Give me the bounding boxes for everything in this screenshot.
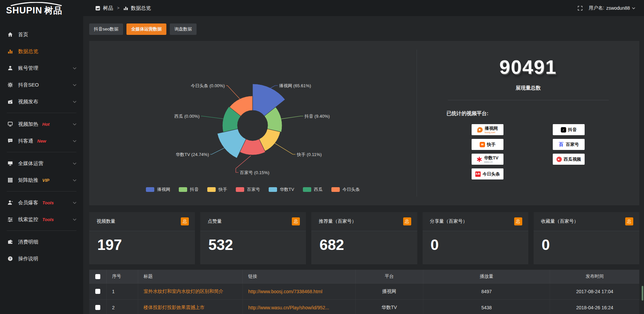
stat-card-header: 收藏量（百家号）总 [534, 212, 639, 231]
scrollbar-thumb[interactable] [642, 286, 643, 301]
videos-table: 序号标题链接平台播放量发布时间 1室外水纹灯和室内水纹灯的区别和简介http:/… [89, 270, 639, 314]
breadcrumb-root[interactable]: 树品 [103, 5, 113, 11]
sidebar-item-heat-monitor[interactable]: 视频加热Hot [0, 116, 83, 133]
total-badge[interactable]: 总 [514, 217, 522, 225]
sidebar-item-grid[interactable]: 矩阵助推VIP [0, 172, 83, 189]
total-badge[interactable]: 总 [292, 217, 300, 225]
column-header-1[interactable]: 标题 [138, 270, 243, 283]
pie-label: 播视网 (65.61%) [279, 83, 311, 88]
pie-label: 西瓜 (0.00%) [174, 114, 200, 119]
rose-chart-svg: 播视网 (65.61%)抖音 (9.40%)快手 (0.11%)百家号 (0.1… [89, 41, 417, 192]
pie-label-line [226, 86, 240, 99]
sidebar-item-chat[interactable]: 抖客通New [0, 133, 83, 149]
stat-card-title: 推荐量（百家号） [319, 218, 356, 224]
tab-2[interactable]: 询盘数据 [170, 23, 197, 35]
legend-item[interactable]: 西瓜 [303, 187, 323, 193]
pie-sector-4[interactable] [217, 129, 246, 158]
table-row: 1室外水纹灯和室内水纹灯的区别和简介http://www.boosj.com/7… [89, 283, 639, 300]
column-header-0[interactable]: 序号 [107, 270, 138, 283]
total-impressions-label: 展现量总数 [417, 85, 639, 91]
column-header-3[interactable]: 平台 [356, 270, 423, 283]
row-title-link[interactable]: 楼体投影灯投影效果震撼上市 [138, 300, 243, 314]
total-badge[interactable]: 总 [625, 217, 633, 225]
legend-swatch [269, 187, 277, 192]
user-menu[interactable]: 用户名: zswodun88 [589, 5, 635, 11]
legend-item[interactable]: 华数TV [269, 187, 294, 193]
sidebar-item-question[interactable]: ?操作说明 [0, 250, 83, 267]
heat-monitor-icon [7, 121, 13, 127]
legend-swatch [331, 187, 340, 192]
row-checkbox[interactable] [95, 305, 100, 310]
table-header: 序号标题链接平台播放量发布时间 [89, 270, 639, 283]
user-icon [7, 65, 13, 71]
sidebar-item-monitor[interactable]: 全媒体运营 [0, 155, 83, 172]
sidebar-divider [7, 191, 76, 192]
platform-badge-kuaishou: 88快手 [472, 139, 503, 150]
select-all-checkbox[interactable] [95, 274, 100, 279]
chevron-down-icon [73, 162, 76, 165]
row-checkbox[interactable] [95, 289, 100, 294]
wallet-icon [7, 239, 13, 245]
legend-swatch [146, 187, 154, 192]
chevron-down-icon [73, 179, 76, 181]
chevron-down-icon [632, 7, 635, 9]
pie-label-line [201, 116, 223, 119]
sidebar-item-wallet[interactable]: 消费明细 [0, 233, 83, 250]
legend-item[interactable]: 今日头条 [331, 187, 360, 193]
sidebar-item-gear[interactable]: 抖音SEO [0, 76, 83, 93]
platform-badge-douyin: ♪抖音 [553, 124, 585, 135]
row-platform: 华数TV [356, 300, 423, 314]
sidebar-item-member[interactable]: 会员爆客Tools [0, 194, 83, 211]
stat-card-1: 点赞量总532 [200, 212, 306, 264]
sidebar-item-user[interactable]: 账号管理 [0, 60, 83, 76]
tab-0[interactable]: 抖音seo数据 [89, 23, 123, 35]
column-header-5[interactable]: 发布时间 [550, 270, 639, 283]
row-select-cell [89, 300, 107, 314]
topbar: 树品 > 数据总览 用户名: zswodun88 [83, 0, 644, 16]
total-badge[interactable]: 总 [403, 217, 411, 225]
legend-label: 播视网 [157, 187, 170, 193]
sidebar-item-video-publish[interactable]: 视频发布 [0, 93, 83, 110]
legend-label: 抖音 [190, 187, 199, 193]
row-url-link[interactable]: http://www.wasu.cn/Play/show/id/952... [243, 300, 356, 314]
username: zswodun88 [606, 5, 630, 11]
content-area: 抖音seo数据全媒体运营数据询盘数据 播视网 (65.61%)抖音 (9.40%… [83, 16, 644, 314]
tab-1[interactable]: 全媒体运营数据 [126, 23, 166, 35]
sidebar-item-label: 视频发布 [18, 99, 38, 105]
total-badge[interactable]: 总 [181, 217, 189, 225]
logo-arc [9, 2, 63, 6]
sidebar-item-label: 数据总览 [18, 48, 38, 55]
total-impressions-value: 90491 [417, 56, 639, 78]
legend-swatch [236, 187, 244, 192]
stat-card-header: 分享量（百家号）总 [423, 212, 528, 231]
row-url-link[interactable]: http://www.boosj.com/7338468.html [243, 283, 356, 299]
video-publish-icon [7, 99, 13, 105]
overview-divider [448, 100, 609, 100]
row-published: 2018-04-26 16:24 [550, 300, 639, 314]
column-header-2[interactable]: 链接 [243, 270, 356, 283]
sidebar-item-chart-bar[interactable]: 数据总览 [0, 43, 83, 60]
pie-sector-0[interactable] [253, 84, 285, 116]
legend-swatch [303, 187, 311, 192]
legend-item[interactable]: 播视网 [146, 187, 170, 193]
fullscreen-icon[interactable] [578, 6, 583, 11]
sidebar-item-label: 矩阵助推 [18, 177, 38, 184]
chevron-down-icon [73, 123, 76, 125]
sidebar-item-home[interactable]: 首页 [0, 26, 83, 43]
legend-item[interactable]: 快手 [207, 187, 227, 193]
sidebar-item-sliders[interactable]: 线索监控Tools [0, 211, 83, 228]
sidebar-item-label: 会员爆客 [18, 200, 38, 206]
platform-name: 快手 [487, 142, 496, 147]
platform-badge-baijiahao: 百百家号 [553, 139, 585, 150]
platform-name: 华数TV [484, 156, 498, 160]
row-index: 2 [107, 300, 138, 314]
stat-card-title: 视频数量 [97, 218, 115, 224]
sliders-icon [7, 216, 13, 222]
legend-item[interactable]: 抖音 [179, 187, 199, 193]
stat-card-value: 197 [89, 231, 195, 253]
legend-swatch [179, 187, 187, 192]
column-header-4[interactable]: 播放量 [423, 270, 550, 283]
legend-item[interactable]: 百家号 [236, 187, 260, 193]
row-title-link[interactable]: 室外水纹灯和室内水纹灯的区别和简介 [138, 283, 243, 299]
monitor-icon [7, 160, 13, 166]
